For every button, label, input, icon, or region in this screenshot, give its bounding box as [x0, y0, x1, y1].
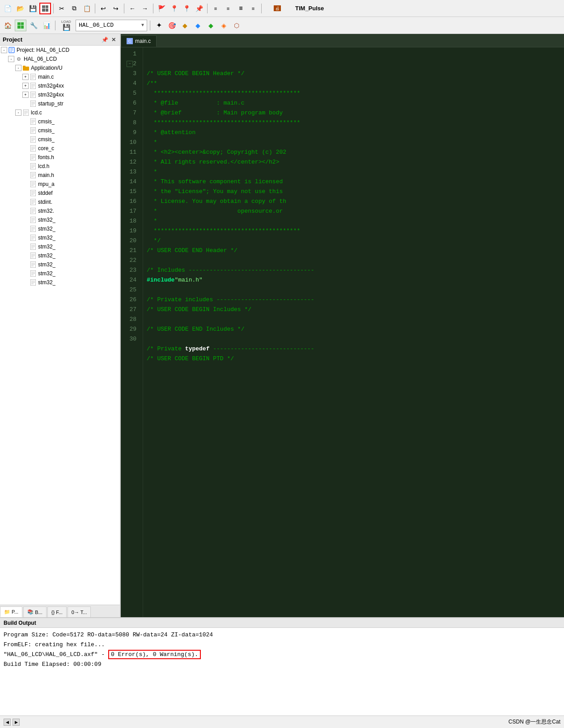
code-line-8: *	[147, 138, 560, 147]
save-button[interactable]: 💾	[27, 3, 38, 14]
tree-item-appU[interactable]: -Application/U	[0, 63, 120, 72]
align4-button[interactable]: ≡	[247, 3, 259, 14]
tree-item-stddef[interactable]: stddef	[0, 189, 120, 198]
target-button[interactable]: 🎯	[166, 20, 178, 31]
functions-tab-icon: {}	[51, 610, 55, 615]
tree-item-stm327[interactable]: stm32_	[0, 260, 120, 269]
chip1-button[interactable]: ◆	[179, 20, 191, 31]
bookmark1-button[interactable]: 🚩	[156, 3, 167, 14]
tree-item-stdint[interactable]: stdint.	[0, 198, 120, 206]
editor-content[interactable]: 1−23456789101112131415161718192021222324…	[121, 47, 564, 617]
tree-item-stm329[interactable]: stm32_	[0, 278, 120, 287]
project-tree[interactable]: -Project: HAL_06_LCD-HAL_06_LCD-Applicat…	[0, 46, 120, 605]
tree-item-mpua[interactable]: mpu_a	[0, 180, 120, 189]
tree-label-mpua: mpu_a	[38, 181, 55, 187]
grid-button[interactable]	[39, 3, 51, 14]
tree-item-stm322[interactable]: stm32_	[0, 215, 120, 224]
tree-item-corec[interactable]: core_c	[0, 144, 120, 153]
editor-tab-mainc[interactable]: C main.c	[121, 35, 157, 47]
tree-item-mainc[interactable]: +main.c	[0, 72, 120, 81]
tree-item-stm32g4xx2[interactable]: +stm32g4xx	[0, 90, 120, 99]
tree-toggle-stm32g4xx1[interactable]: +	[22, 83, 29, 89]
magic1-button[interactable]: ✦	[153, 20, 165, 31]
file-icon	[30, 279, 37, 286]
toolbar2-btn4[interactable]: 📊	[41, 20, 52, 31]
forward-button[interactable]: →	[139, 3, 151, 14]
tree-toggle-hal06[interactable]: -	[8, 56, 14, 62]
paste-button[interactable]: 📋	[81, 3, 93, 14]
tab-books[interactable]: 📚 B...	[23, 606, 47, 617]
tab-templates[interactable]: 0→ T...	[68, 606, 91, 617]
file-icon	[30, 127, 37, 134]
tree-label-stm325: stm32_	[38, 244, 55, 250]
tree-item-root[interactable]: -Project: HAL_06_LCD	[0, 46, 120, 55]
bookmark3-button[interactable]: 📍	[181, 3, 192, 14]
copy-button[interactable]: ⧉	[68, 3, 80, 14]
chip5-button[interactable]: ⬡	[231, 20, 242, 31]
build-output-header: Build Output	[0, 618, 564, 628]
line-number: 8	[121, 118, 139, 128]
project-dropdown[interactable]: HAL_06_LCD ▼	[76, 20, 147, 31]
toolbar2-btn2[interactable]	[15, 20, 26, 31]
tree-item-mainh[interactable]: main.h	[0, 171, 120, 180]
line-number: 4	[121, 79, 139, 88]
tree-item-fontsh[interactable]: fonts.h	[0, 153, 120, 162]
toolbar-top: 📄 📂 💾 ✂ ⧉ 📋 ↩ ↪ ← → 🚩 📍 📍 📌 ≡ ≡ ≣ ≡ 🖨 TI…	[0, 0, 564, 17]
bookmark4-button[interactable]: 📌	[193, 3, 205, 14]
line-number: 7	[121, 108, 139, 118]
tree-item-stm326[interactable]: stm32_	[0, 251, 120, 260]
tree-toggle-mainc[interactable]: +	[22, 74, 29, 80]
tree-item-cmsis1[interactable]: cmsis_	[0, 117, 120, 126]
tree-toggle-appU[interactable]: -	[15, 65, 21, 71]
code-line-15: * opensource.or	[147, 206, 560, 216]
chip2-button[interactable]: ◆	[192, 20, 204, 31]
tree-toggle-root[interactable]: -	[1, 47, 7, 53]
scroll-left-button[interactable]: ◀	[4, 719, 11, 726]
toolbar2-btn3[interactable]: 🔧	[28, 20, 39, 31]
tree-item-stm324[interactable]: stm32_	[0, 233, 120, 242]
tab-functions[interactable]: {} F...	[47, 606, 67, 617]
tree-item-lcdc[interactable]: -lcd.c	[0, 108, 120, 117]
load-button[interactable]: LOAD 💾	[58, 19, 74, 32]
tree-item-stm323[interactable]: stm32_	[0, 224, 120, 233]
tree-toggle-lcdc[interactable]: -	[15, 109, 21, 116]
tree-item-lcdh[interactable]: lcd.h	[0, 162, 120, 171]
align3-button[interactable]: ≣	[235, 3, 246, 14]
file-icon	[30, 136, 37, 143]
tree-item-stm325[interactable]: stm32_	[0, 242, 120, 251]
build-line-1: FromELF: creating hex file...	[4, 640, 560, 649]
open-button[interactable]: 📂	[14, 3, 26, 14]
tree-item-stm321[interactable]: stm32.	[0, 206, 120, 215]
tree-label-lcdc: lcd.c	[31, 109, 42, 116]
fold-button-2[interactable]: −	[127, 61, 133, 67]
code-line-9: * <h2><center>&copy; Copyright (c) 202	[147, 147, 560, 157]
cut-button[interactable]: ✂	[56, 3, 68, 14]
tree-label-cmsis3: cmsis_	[38, 136, 55, 143]
new-file-button[interactable]: 📄	[2, 3, 13, 14]
undo-button[interactable]: ↩	[98, 3, 109, 14]
logo-button[interactable]: 🖨	[264, 3, 291, 14]
bookmark2-button[interactable]: 📍	[168, 3, 180, 14]
back-button[interactable]: ←	[127, 3, 138, 14]
tree-item-stm328[interactable]: stm32_	[0, 269, 120, 278]
tree-item-hal06[interactable]: -HAL_06_LCD	[0, 55, 120, 63]
align1-button[interactable]: ≡	[210, 3, 221, 14]
line-number: 23	[121, 265, 139, 275]
tree-item-cmsis3[interactable]: cmsis_	[0, 135, 120, 144]
scroll-right-button[interactable]: ▶	[13, 719, 20, 726]
tree-toggle-stm32g4xx2[interactable]: +	[22, 92, 29, 98]
tree-item-startup[interactable]: startup_str	[0, 99, 120, 108]
chip4-button[interactable]: ◈	[218, 20, 229, 31]
main-area: Project 📌 ✕ -Project: HAL_06_LCD-HAL_06_…	[0, 34, 564, 617]
pin-icon[interactable]: 📌	[101, 36, 108, 43]
close-panel-icon[interactable]: ✕	[110, 36, 117, 43]
code-line-1: /* USER CODE BEGIN Header */	[147, 69, 560, 79]
code-line-26	[147, 315, 560, 324]
chip3-button[interactable]: ◆	[205, 20, 216, 31]
toolbar2-btn1[interactable]: 🏠	[2, 20, 13, 31]
tab-project[interactable]: 📁 P...	[0, 606, 22, 617]
align2-button[interactable]: ≡	[222, 3, 234, 14]
redo-button[interactable]: ↪	[110, 3, 122, 14]
tree-item-stm32g4xx1[interactable]: +stm32g4xx	[0, 81, 120, 90]
tree-item-cmsis2[interactable]: cmsis_	[0, 126, 120, 135]
